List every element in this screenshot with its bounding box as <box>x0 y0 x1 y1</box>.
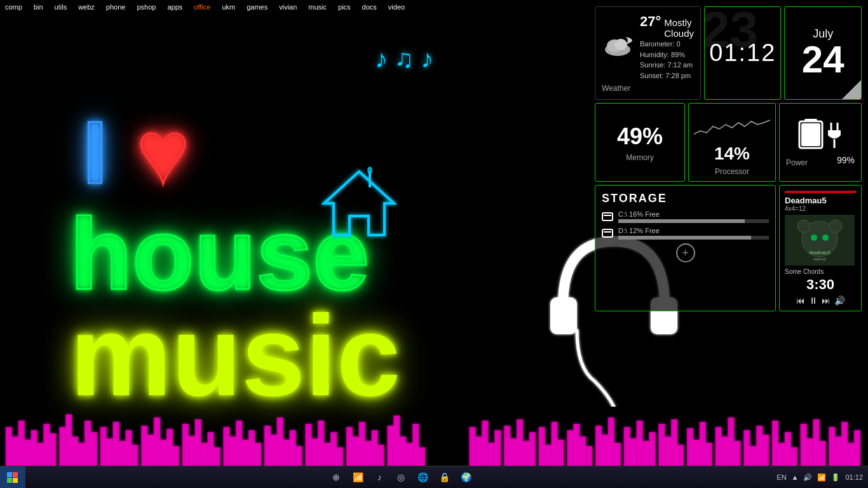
drive-c-bar-bg <box>618 219 769 223</box>
svg-rect-52 <box>325 444 330 466</box>
weather-condition: Mostly Cloudy <box>664 17 694 39</box>
svg-point-138 <box>797 220 810 233</box>
add-storage-button[interactable]: + <box>676 243 695 262</box>
menu-item-phone[interactable]: phone <box>101 2 131 12</box>
drive-c-row: C:\ 16% Free <box>602 210 769 223</box>
drive-d-label: D:\ 12% Free <box>618 227 769 234</box>
svg-rect-6 <box>13 437 18 466</box>
menu-item-pshop[interactable]: pshop <box>132 2 161 12</box>
svg-rect-20 <box>107 439 112 466</box>
svg-rect-47 <box>290 431 295 466</box>
menu-item-ukm[interactable]: ukm <box>217 2 240 12</box>
battery-icon <box>798 118 824 152</box>
memory-value: 49% <box>617 123 663 150</box>
menu-item-comp[interactable]: comp <box>0 2 27 12</box>
menu-item-pics[interactable]: pics <box>333 2 356 12</box>
svg-rect-15 <box>72 437 78 466</box>
win-quad-tl <box>7 472 12 477</box>
weather-top: 27° Mostly Cloudy Barometer: 0 Humidity:… <box>602 13 694 81</box>
menu-item-apps[interactable]: apps <box>162 2 187 12</box>
processor-value: 14% <box>714 144 750 164</box>
menu-item-video[interactable]: video <box>383 2 410 12</box>
widget-row-3: STORAGE C:\ 16% Free <box>595 185 862 311</box>
svg-rect-103 <box>722 437 728 466</box>
menu-item-games[interactable]: games <box>241 2 273 12</box>
svg-rect-77 <box>539 428 545 466</box>
svg-rect-135 <box>604 231 611 233</box>
weather-widget[interactable]: 27° Mostly Cloudy Barometer: 0 Humidity:… <box>595 6 701 100</box>
taskbar-icon-5[interactable]: 🌐 <box>416 470 430 484</box>
svg-rect-7 <box>19 421 24 466</box>
processor-graph <box>694 109 770 140</box>
neon-letter-i: I <box>83 108 107 197</box>
svg-rect-31 <box>183 424 188 466</box>
widget-row-2: 49% Memory 14% Processor <box>595 103 862 182</box>
drive-c-bar <box>618 219 745 223</box>
svg-rect-38 <box>230 437 235 466</box>
memory-label: Memory <box>626 153 653 162</box>
svg-rect-92 <box>644 442 649 466</box>
svg-rect-110 <box>773 421 778 466</box>
taskbar-icon-3[interactable]: ♪ <box>372 470 386 484</box>
taskbar-icon-6[interactable]: 🔒 <box>437 470 451 484</box>
svg-rect-128 <box>801 123 820 146</box>
svg-rect-32 <box>189 437 194 466</box>
weather-details: Barometer: 0 Humidity: 89% Sunrise: 7:12… <box>640 39 694 81</box>
svg-rect-112 <box>785 433 790 466</box>
svg-rect-115 <box>808 439 813 466</box>
svg-rect-101 <box>707 444 712 466</box>
pause-button[interactable]: ⏸ <box>809 295 818 306</box>
svg-rect-95 <box>665 437 670 466</box>
taskbar-icon-4[interactable]: ◎ <box>394 470 408 484</box>
weather-temp-condition: 27° Mostly Cloudy Barometer: 0 Humidity:… <box>640 13 694 81</box>
svg-point-125 <box>614 39 627 50</box>
svg-rect-82 <box>574 424 579 466</box>
menu-item-utils[interactable]: utils <box>50 2 72 12</box>
svg-rect-5 <box>6 428 11 466</box>
svg-rect-67 <box>470 428 475 466</box>
win-quad-br <box>13 478 18 483</box>
taskbar-icon-1[interactable]: ⊕ <box>329 470 343 484</box>
cloud-icon <box>602 32 634 63</box>
svg-rect-116 <box>814 420 819 466</box>
svg-rect-108 <box>757 426 762 466</box>
svg-rect-60 <box>379 445 384 466</box>
taskbar-chevron[interactable]: ▲ <box>792 473 799 481</box>
volume-icon[interactable]: 🔊 <box>834 295 845 306</box>
next-button[interactable]: ⏭ <box>822 295 831 306</box>
svg-rect-8 <box>25 440 31 466</box>
music-widget[interactable]: Deadmau5 4x4=12 deadmau5 4x4=12 <box>779 185 862 311</box>
menu-item-docs[interactable]: docs <box>357 2 382 12</box>
svg-rect-22 <box>120 442 125 466</box>
weather-sunrise: Sunrise: 7:12 am <box>640 60 694 71</box>
taskbar-speaker-icon[interactable]: 🔊 <box>803 473 812 482</box>
prev-button[interactable]: ⏮ <box>796 295 805 306</box>
taskbar-icon-2[interactable]: 📶 <box>351 470 365 484</box>
menu-item-bin[interactable]: bin <box>29 2 48 12</box>
svg-rect-66 <box>419 448 424 466</box>
start-button[interactable] <box>0 466 25 489</box>
weather-sunset: Sunset: 7:28 pm <box>640 71 694 81</box>
svg-rect-133 <box>604 215 611 216</box>
taskbar-center: ⊕ 📶 ♪ ◎ 🌐 🔒 🌍 <box>25 470 776 484</box>
processor-label: Processor <box>715 167 749 176</box>
eq-bars <box>0 409 868 466</box>
menu-item-vivian[interactable]: vivian <box>274 2 302 12</box>
svg-rect-94 <box>659 424 664 466</box>
taskbar-battery-icon: 🔋 <box>831 473 840 482</box>
svg-rect-13 <box>60 428 65 466</box>
menu-item-office[interactable]: office <box>189 2 215 12</box>
svg-rect-65 <box>413 424 418 466</box>
menu-item-music[interactable]: music <box>303 2 332 12</box>
svg-rect-26 <box>148 435 153 466</box>
clock-time: 01:12 <box>709 39 776 67</box>
menu-item-webz[interactable]: webz <box>73 2 100 12</box>
svg-rect-121 <box>848 444 853 466</box>
house-icon <box>318 165 400 241</box>
drive-d-bar-bg <box>618 236 769 240</box>
taskbar-icon-7[interactable]: 🌍 <box>459 470 473 484</box>
svg-rect-33 <box>196 420 201 466</box>
svg-rect-9 <box>32 431 37 466</box>
svg-rect-61 <box>388 426 393 466</box>
svg-rect-114 <box>801 424 806 466</box>
